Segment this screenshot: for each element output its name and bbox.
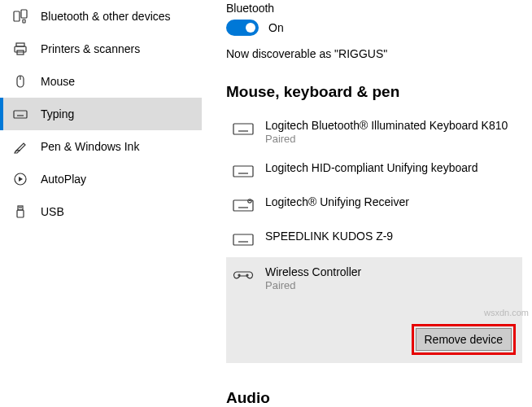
device-status: Paired xyxy=(265,133,508,145)
keyboard-device-icon xyxy=(233,163,254,179)
svg-marker-15 xyxy=(19,177,23,182)
svg-rect-2 xyxy=(23,20,25,23)
discoverable-text: Now discoverable as "RIGGUS" xyxy=(226,47,522,60)
device-name: Logitech® Unifying Receiver xyxy=(265,195,409,208)
device-info: Logitech HID-compliant Unifying keyboard xyxy=(265,161,477,174)
sidebar-item-usb[interactable]: USB xyxy=(0,195,202,228)
svg-rect-0 xyxy=(14,11,20,21)
bluetooth-toggle-row: On xyxy=(226,20,522,36)
device-name: SPEEDLINK KUDOS Z-9 xyxy=(265,230,393,243)
remove-device-button[interactable]: Remove device xyxy=(416,328,512,351)
sidebar-item-label: Printers & scanners xyxy=(41,42,140,55)
devices-section-header: Mouse, keyboard & pen xyxy=(226,83,522,101)
sidebar-item-autoplay[interactable]: AutoPlay xyxy=(0,163,202,195)
remove-button-highlight: Remove device xyxy=(412,324,517,355)
receiver-device-icon xyxy=(233,197,254,213)
sidebar-item-label: Typing xyxy=(41,107,74,120)
autoplay-icon xyxy=(13,172,28,186)
main-content: Bluetooth On Now discoverable as "RIGGUS… xyxy=(202,0,532,407)
svg-rect-16 xyxy=(18,206,23,210)
usb-icon xyxy=(13,204,28,219)
svg-rect-1 xyxy=(21,10,27,18)
device-name: Logitech Bluetooth® Illuminated Keyboard… xyxy=(265,119,508,132)
device-name: Wireless Controller xyxy=(265,265,361,278)
sidebar-item-label: AutoPlay xyxy=(41,173,86,186)
sidebar-item-label: Mouse xyxy=(41,75,75,88)
device-name: Logitech HID-compliant Unifying keyboard xyxy=(265,161,477,174)
svg-rect-17 xyxy=(17,210,24,217)
mouse-icon xyxy=(13,74,28,89)
printer-icon xyxy=(13,42,28,56)
svg-rect-4 xyxy=(15,46,26,52)
sidebar-item-label: Pen & Windows Ink xyxy=(41,140,139,153)
svg-rect-37 xyxy=(233,234,253,245)
watermark: wsxdn.com xyxy=(484,308,529,317)
sidebar-item-label: Bluetooth & other devices xyxy=(41,10,171,23)
sidebar-item-bluetooth[interactable]: Bluetooth & other devices xyxy=(0,0,202,33)
device-row[interactable]: SPEEDLINK KUDOS Z-9 xyxy=(226,221,522,256)
sidebar-item-printers[interactable]: Printers & scanners xyxy=(0,33,202,65)
svg-point-44 xyxy=(238,274,240,276)
remove-button-wrap: Remove device xyxy=(233,324,516,355)
device-info: Wireless Controller Paired xyxy=(265,265,361,291)
device-info: Logitech® Unifying Receiver xyxy=(265,195,409,208)
device-row[interactable]: Logitech HID-compliant Unifying keyboard xyxy=(226,153,522,187)
sidebar-item-label: USB xyxy=(41,205,64,218)
svg-rect-20 xyxy=(233,124,253,134)
sidebar-item-mouse[interactable]: Mouse xyxy=(0,65,202,98)
audio-section-header: Audio xyxy=(226,389,522,407)
device-row[interactable]: Logitech Bluetooth® Illuminated Keyboard… xyxy=(226,111,522,153)
pen-icon xyxy=(13,139,28,154)
bluetooth-toggle[interactable] xyxy=(226,20,259,36)
gamepad-device-icon xyxy=(233,267,254,283)
settings-sidebar: Bluetooth & other devices Printers & sca… xyxy=(0,0,202,407)
sidebar-item-typing[interactable]: Typing xyxy=(0,98,202,130)
svg-point-45 xyxy=(246,274,248,276)
device-info: SPEEDLINK KUDOS Z-9 xyxy=(265,230,393,243)
device-info: Logitech Bluetooth® Illuminated Keyboard… xyxy=(265,119,508,145)
bluetooth-devices-icon xyxy=(13,9,28,24)
bluetooth-label: Bluetooth xyxy=(226,2,522,15)
svg-rect-27 xyxy=(233,166,253,177)
device-status: Paired xyxy=(265,279,361,291)
keyboard-device-icon xyxy=(233,120,254,137)
sidebar-item-pen[interactable]: Pen & Windows Ink xyxy=(0,130,202,163)
svg-rect-8 xyxy=(14,111,27,118)
toggle-state-label: On xyxy=(268,21,284,34)
device-row-selected[interactable]: Wireless Controller Paired Remove device xyxy=(226,257,522,363)
device-row[interactable]: Logitech® Unifying Receiver xyxy=(226,187,522,221)
keyboard-icon xyxy=(13,107,28,121)
keyboard-device-icon xyxy=(233,231,254,247)
